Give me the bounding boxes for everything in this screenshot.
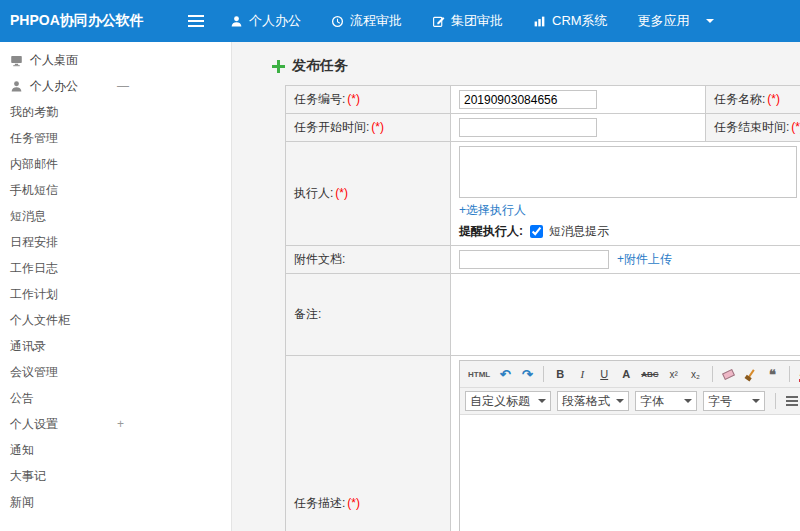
remind-executor-label: 提醒执行人: bbox=[459, 223, 523, 240]
superscript-button[interactable]: x² bbox=[664, 364, 684, 384]
app-brand: PHPOA协同办公软件 bbox=[0, 12, 178, 30]
sidebar-item-label: 日程安排 bbox=[10, 234, 58, 251]
undo-button[interactable]: ↶ bbox=[495, 364, 515, 384]
editor-toolbar-row-2: 自定义标题 段落格式 字体 字号 bbox=[460, 388, 800, 415]
sidebar-item-label: 短消息 bbox=[10, 208, 46, 225]
required-mark: (*) bbox=[791, 120, 800, 134]
chevron-down-icon bbox=[706, 19, 714, 27]
top-navigation: 个人办公 流程审批 集团审批 CRM系统 更多应用 bbox=[230, 12, 714, 30]
sidebar-item-work-plan[interactable]: 工作计划 bbox=[0, 281, 231, 307]
font-size-value: 字号 bbox=[708, 393, 732, 410]
sidebar-item-announcement[interactable]: 公告 bbox=[0, 385, 231, 411]
nav-process-approval[interactable]: 流程审批 bbox=[331, 12, 402, 30]
font-family-select[interactable]: 字体 bbox=[635, 391, 697, 411]
task-no-label: 任务编号: bbox=[294, 92, 345, 106]
toolbar-separator bbox=[789, 366, 790, 382]
sidebar-item-label: 新闻 bbox=[10, 494, 34, 511]
sidebar-item-contacts[interactable]: 通讯录 bbox=[0, 333, 231, 359]
remove-format-button[interactable] bbox=[719, 364, 739, 384]
row-remark: 备注: bbox=[286, 274, 800, 356]
editor-content-area[interactable] bbox=[460, 415, 800, 531]
italic-button[interactable]: I bbox=[572, 364, 592, 384]
attachment-input[interactable] bbox=[459, 250, 609, 269]
sms-tip-checkbox[interactable] bbox=[530, 225, 543, 238]
remark-textarea[interactable] bbox=[459, 278, 800, 348]
user-icon bbox=[230, 15, 243, 28]
heading-select[interactable]: 自定义标题 bbox=[465, 391, 551, 411]
paragraph-format-select[interactable]: 段落格式 bbox=[557, 391, 629, 411]
sidebar-item-task-management[interactable]: 任务管理 bbox=[0, 125, 231, 151]
nav-group-approval[interactable]: 集团审批 bbox=[432, 12, 503, 30]
attachment-upload-link[interactable]: +附件上传 bbox=[617, 251, 672, 268]
underline-button[interactable]: U bbox=[594, 364, 614, 384]
required-mark: (*) bbox=[335, 186, 348, 200]
redo-button[interactable]: ↷ bbox=[517, 364, 537, 384]
page-title: 发布任务 bbox=[292, 57, 348, 75]
sidebar-item-meeting-management[interactable]: 会议管理 bbox=[0, 359, 231, 385]
sidebar-item-news[interactable]: 新闻 bbox=[0, 489, 231, 515]
sidebar-item-notification[interactable]: 通知 bbox=[0, 437, 231, 463]
desktop-icon bbox=[10, 54, 23, 67]
start-time-input[interactable] bbox=[459, 118, 597, 137]
html-source-button[interactable]: HTML bbox=[465, 364, 493, 384]
sidebar-item-label: 会议管理 bbox=[10, 364, 58, 381]
sidebar-item-label: 我的考勤 bbox=[10, 104, 58, 121]
heading-select-value: 自定义标题 bbox=[470, 393, 530, 410]
edit-icon bbox=[432, 15, 445, 28]
blockquote-button[interactable]: ❝ bbox=[763, 364, 783, 384]
nav-crm-system[interactable]: CRM系统 bbox=[533, 12, 608, 30]
sidebar-item-work-log[interactable]: 工作日志 bbox=[0, 255, 231, 281]
remind-executor-row: 提醒执行人: 短消息提示 bbox=[459, 222, 800, 241]
sidebar-item-personal-settings[interactable]: 个人设置 + bbox=[0, 411, 231, 437]
end-time-label: 任务结束时间: bbox=[714, 120, 789, 134]
sidebar-item-internal-mail[interactable]: 内部邮件 bbox=[0, 151, 231, 177]
strikethrough-button[interactable]: ABC bbox=[638, 364, 661, 384]
task-name-label: 任务名称: bbox=[714, 92, 765, 106]
sidebar-item-label: 大事记 bbox=[10, 468, 46, 485]
sidebar-item-personal-office[interactable]: 个人办公 — bbox=[0, 73, 231, 99]
toolbar-separator bbox=[712, 366, 713, 382]
nav-label: 集团审批 bbox=[451, 12, 503, 30]
menu-toggle-button[interactable] bbox=[178, 12, 214, 30]
chevron-down-icon bbox=[616, 399, 624, 407]
toolbar-separator bbox=[543, 366, 544, 382]
sidebar-item-label: 手机短信 bbox=[10, 182, 58, 199]
align-left-button[interactable] bbox=[782, 391, 800, 411]
sidebar-item-label: 内部邮件 bbox=[10, 156, 58, 173]
clock-icon bbox=[331, 15, 344, 28]
sidebar-item-file-cabinet[interactable]: 个人文件柜 bbox=[0, 307, 231, 333]
attachment-label: 附件文档: bbox=[294, 252, 345, 266]
nav-more-apps[interactable]: 更多应用 bbox=[638, 12, 714, 30]
sidebar-item-short-message[interactable]: 短消息 bbox=[0, 203, 231, 229]
format-brush-button[interactable] bbox=[741, 364, 761, 384]
sms-tip-label: 短消息提示 bbox=[549, 223, 609, 240]
sidebar-item-schedule[interactable]: 日程安排 bbox=[0, 229, 231, 255]
font-size-select[interactable]: 字号 bbox=[703, 391, 765, 411]
bold-button[interactable]: B bbox=[550, 364, 570, 384]
publish-task-form: 任务编号:(*) 任务名称:(*) 任务开始时间:(*) 任务结束时间:(*) … bbox=[285, 85, 800, 531]
row-attachment: 附件文档: +附件上传 bbox=[286, 246, 800, 274]
add-icon bbox=[272, 60, 285, 73]
sidebar-item-mobile-sms[interactable]: 手机短信 bbox=[0, 177, 231, 203]
font-button[interactable]: A bbox=[616, 364, 636, 384]
task-no-input[interactable] bbox=[459, 90, 597, 109]
sidebar-item-memorabilia[interactable]: 大事记 bbox=[0, 463, 231, 489]
sidebar-item-personal-desktop[interactable]: 个人桌面 bbox=[0, 47, 231, 73]
sidebar-item-label: 公告 bbox=[10, 390, 34, 407]
brush-icon bbox=[747, 369, 754, 378]
subscript-button[interactable]: x₂ bbox=[686, 364, 706, 384]
sidebar-item-label: 通知 bbox=[10, 442, 34, 459]
sidebar-item-label: 个人文件柜 bbox=[10, 312, 70, 329]
sidebar-item-my-attendance[interactable]: 我的考勤 bbox=[0, 99, 231, 125]
font-color-button[interactable]: A bbox=[796, 364, 800, 384]
nav-personal-office[interactable]: 个人办公 bbox=[230, 12, 301, 30]
collapse-toggle-icon[interactable]: — bbox=[117, 79, 129, 93]
sidebar-item-label: 工作计划 bbox=[10, 286, 58, 303]
executor-textarea[interactable] bbox=[459, 146, 797, 198]
sidebar-item-label: 个人办公 bbox=[30, 78, 78, 95]
row-executor: 执行人:(*) +选择执行人 提醒执行人: 短消息提示 bbox=[286, 142, 800, 246]
eraser-icon bbox=[722, 369, 735, 380]
choose-executor-link[interactable]: +选择执行人 bbox=[459, 202, 526, 219]
required-mark: (*) bbox=[347, 496, 360, 510]
expand-toggle-icon[interactable]: + bbox=[117, 417, 124, 431]
